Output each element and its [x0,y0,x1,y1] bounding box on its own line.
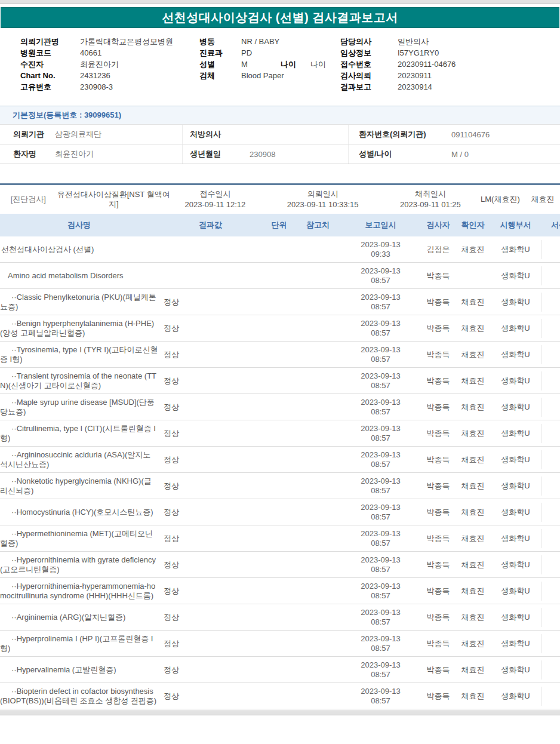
info-value: 20230914 [398,82,432,91]
tester-cell: 박종득 [421,271,456,281]
report-time: 08:57 [340,355,421,364]
report-datetime-cell: 2023-09-13 08:57 [340,503,421,522]
report-date: 2023-09-13 [340,293,421,302]
page-title: 선천성대사이상검사 (선별) 검사결과보고서 [162,10,398,26]
results-table: 검사명 결과값 단위 참고치 보고일시 검사자 확인자 시행부서 서식 선천성대… [0,214,560,709]
info-label: 접수번호 [340,59,398,70]
top-horizontal-scrollbar[interactable] [0,0,560,4]
confirmer-cell: 채효진 [456,350,490,359]
report-date: 2023-09-13 [340,608,421,617]
report-time: 08:57 [340,486,421,496]
form-cell [541,503,560,522]
report-datetime-cell: 2023-09-13 08:57 [340,582,421,601]
field-label: 의뢰기관 [0,129,55,140]
table-row: ··Transient tyrosinemia of the neonate (… [0,368,560,394]
form-cell [541,240,560,259]
report-date: 2023-09-13 [340,476,421,486]
patient-info-col1: 의뢰기관명가톨릭대학교은평성모병원 병원코드40661 수진자최윤진아기 Cha… [20,36,199,93]
order-dt-value: 2023-09-11 12:12 [171,199,260,210]
department-cell: 생화학U [490,534,541,543]
patient-info-col2: 병동NR / BABY 진료과PD 성별M나이나이 검체Blood Paper [199,36,340,93]
report-datetime-cell: 2023-09-13 08:57 [340,660,421,680]
table-row: ··Biopterin defect in cofactor biosynthe… [0,683,560,709]
field-patient-number: 환자번호(의뢰기관) 091104676 [348,125,560,144]
header-result: 결과값 [158,220,263,230]
info-label: 결과보고 [340,81,398,93]
header-report-datetime: 보고일시 [340,220,421,230]
tester-cell: 박종득 [421,613,456,622]
department-cell: 생화학U [490,324,541,333]
result-cell: 정상 [158,508,263,517]
report-datetime-cell: 2023-09-13 08:57 [340,345,421,364]
report-time: 08:57 [340,591,421,601]
department-cell: 생화학U [490,508,541,517]
report-datetime-cell: 2023-09-13 09:33 [340,240,421,259]
form-cell [541,582,560,601]
report-time: 08:57 [340,276,421,285]
order-collected-datetime: 채취일시 2023-09-11 01:25 [386,189,475,210]
report-time: 08:57 [340,407,421,417]
test-name-cell: ··Hyperornithinemia with gyrate deficien… [0,555,158,574]
order-test-group: 유전성대사이상질환[NST 혈액여지] [57,190,171,209]
order-dt-value: 2023-09-11 10:33:15 [260,199,386,210]
department-cell: 생화학U [490,245,541,254]
order-section-tag: [진단검사] [0,194,57,205]
info-label: 진료과 [199,47,241,59]
confirmer-cell: 채효진 [456,324,490,333]
result-cell: 정상 [158,402,263,412]
result-cell: 정상 [158,639,263,648]
report-time: 08:57 [340,696,421,706]
table-row: ··Hyperornithinemia-hyperammonemia-homoc… [0,578,560,604]
info-label: 병원코드 [20,47,80,59]
info-row: 병원코드40661 [20,47,199,59]
report-datetime-cell: 2023-09-13 08:57 [340,687,421,706]
confirmer-cell: 채효진 [456,297,490,307]
department-cell: 생화학U [490,376,541,386]
form-cell [541,266,560,285]
info-label: 성별 [199,59,241,70]
header-unit: 단위 [263,220,296,230]
info-row: Chart No.2431236 [20,70,199,81]
confirmer-cell: 채효진 [456,245,490,254]
confirmer-cell: 채효진 [456,691,490,701]
report-date: 2023-09-13 [340,529,421,539]
result-cell: 정상 [158,560,263,570]
department-cell: 생화학U [490,586,541,596]
result-cell: 정상 [158,613,263,622]
table-row: 선천성대사이상검사 (선별) 2023-09-13 09:33 김정은 채효진 … [0,236,560,263]
form-cell [541,371,560,391]
tester-cell: 박종득 [421,691,456,701]
header-form: 서식 [541,220,560,230]
table-row: Amino acid metabolism Disorders 2023-09-… [0,263,560,289]
department-cell: 생화학U [490,455,541,465]
confirmer-cell: 채효진 [456,613,490,622]
report-time: 08:57 [340,565,421,574]
table-row: ··Argininosuccinic aciduria (ASA)(알지노석시닌… [0,447,560,473]
test-name-cell: ··Argininosuccinic aciduria (ASA)(알지노석시닌… [0,450,158,469]
report-datetime-cell: 2023-09-13 08:57 [340,319,421,338]
info-row: 임상정보I57YG1RY0 [340,47,560,59]
info-label: 병동 [199,36,241,47]
result-cell: 정상 [158,350,263,359]
result-cell: 정상 [158,324,263,333]
results-table-body: 선천성대사이상검사 (선별) 2023-09-13 09:33 김정은 채효진 … [0,236,560,709]
confirmer-cell: 채효진 [456,586,490,596]
form-cell [541,319,560,338]
tester-cell: 박종득 [421,297,456,307]
report-time: 08:57 [340,381,421,391]
form-cell [541,634,560,653]
report-time: 08:57 [340,617,421,627]
bottom-horizontal-scrollbar[interactable] [0,711,560,715]
patient-info-col3: 담당의사일반의사 임상정보I57YG1RY0 접수번호20230911-0467… [340,36,560,93]
info-extra-label: 나이 [281,59,310,70]
confirmer-cell: 채효진 [456,534,490,543]
info-value: M [241,59,281,70]
order-requested-datetime: 의뢰일시 2023-09-11 10:33:15 [260,189,386,210]
report-date: 2023-09-13 [340,319,421,328]
field-birth-date: 생년월일 230908 [182,145,348,164]
tester-cell: 박종득 [421,429,456,438]
info-value: NR / BABY [241,36,281,47]
department-cell: 생화학U [490,271,541,281]
department-cell: 생화학U [490,297,541,307]
confirmer-cell: 채효진 [456,560,490,570]
